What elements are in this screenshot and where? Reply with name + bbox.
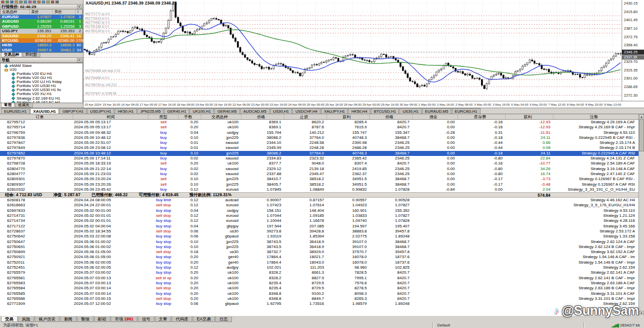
terminal-tab[interactable]: 邮箱 [94,316,111,322]
chart-tab[interactable]: AUDCAD,M5 [240,108,270,114]
market-watch-row[interactable]: BTCUSD62963.0062980.001700 [1,38,83,43]
scroll-down-icon[interactable]: ▼ [639,311,644,315]
terminal-scrollbar[interactable]: ▲ ▼ [638,114,644,315]
column-header[interactable]: 佣金 [413,114,458,119]
pending-order-row[interactable]: 627655792024.05.07 03:00:02buy stop0.20u… [0,270,644,275]
position-row[interactable]: 627978472024.05.09 22:51:07buy0.01xauusd… [0,140,644,145]
pending-order-row[interactable]: 627655832024.05.07 03:00:13buy stop0.20u… [0,281,644,286]
position-row[interactable]: 627978702024.05.09 17:14:11buy0.02xauusd… [0,156,644,161]
chart-tab[interactable]: XAUJPY,H1 [321,108,348,114]
pending-order-row[interactable]: 627171222024.05.02 04:00:04buy stop0.04g… [0,224,644,229]
pending-order-row[interactable]: 626978332024.05.02 00:01:00buy stop0.04u… [0,208,644,213]
autotrading-icon[interactable] [28,1,32,4]
market-watch-icon[interactable] [6,1,9,4]
period-h1-icon[interactable] [51,1,54,4]
period-h4-icon[interactable] [55,1,59,4]
column-header[interactable]: 订单 [0,114,73,119]
terminal-tab[interactable]: 日志 [215,316,232,322]
position-row[interactable]: 627978362024.05.09 10:48:12buy0.10jpn225… [0,135,644,140]
terminal-tab[interactable]: 代码库 [172,316,192,322]
chart-tab[interactable]: XAUUSD,H1 [30,108,59,114]
pending-order-row[interactable]: 627509212024.05.06 01:05:00buy stop0.20g… [0,255,644,260]
position-row[interactable]: 627978522024.05.09 10:48:12buy0.10jpn225… [0,151,644,156]
position-row[interactable]: 627957122024.05.09 05:13:17sell0.20uk100… [0,120,644,125]
strategy-tester-icon[interactable] [24,1,27,4]
pending-order-row[interactable]: 627506422024.05.03 22:00:08buy stop0.06g… [0,234,644,239]
terminal-tab[interactable]: 账户历史 [35,316,59,322]
chart-tab[interactable]: EURAUD,M5 [422,108,451,114]
scrollbar-thumb[interactable] [639,119,644,151]
chart-tab[interactable]: UK100,H1 [190,108,214,114]
market-watch-row[interactable]: GBPUSD1.252551.252583 [1,24,83,29]
market-watch-tab[interactable]: 交易品种 [1,53,22,57]
column-header[interactable]: 价格 [242,114,284,119]
status-profile[interactable]: Default [433,322,584,328]
column-header[interactable]: 时间 [73,114,148,119]
chart-tab[interactable]: HK50,H1 [115,108,137,114]
chart-tab[interactable]: GBPJPY,H1 [59,108,87,114]
pending-order-row[interactable]: 626081782024.04.24 08:00:05buy limit0.12… [0,198,644,203]
market-watch-row[interactable]: AUDUSD0.661900.661911 [1,19,83,24]
pending-order-row[interactable]: 627715092024.05.07 12:00:02buy stop0.06g… [0,301,644,306]
column-header[interactable]: 买价 [53,10,76,15]
pending-order-row[interactable]: 627147312024.05.02 00:01:01sell stop0.12… [0,213,644,218]
chart-tab[interactable]: US30,H1 [399,108,422,114]
terminal-tab[interactable]: 交易 [1,316,18,322]
scroll-up-icon[interactable]: ▲ [639,114,644,119]
pending-order-row[interactable]: 627655812024.05.07 03:00:13sell st op0.2… [0,276,644,281]
position-row[interactable]: 627978492024.05.09 23:08:12buy0.01xauusd… [0,145,644,150]
position-row[interactable]: 628047772024.05.09 21:23:03buy0.02xauusd… [0,172,644,177]
pending-order-row[interactable]: 627655862024.05.07 03:00:15sell stop0.20… [0,296,644,301]
close-icon[interactable]: × [77,5,82,9]
terminal-icon[interactable] [19,1,23,4]
position-row[interactable]: 628093012024.05.09 23:20:24sell0.10jpn22… [0,177,644,182]
terminal-tab[interactable]: 市场1991 [111,316,137,322]
column-header[interactable]: 手数 [179,114,201,119]
pending-order-row[interactable]: 627286372024.05.02 18:34:55sell stop0.06… [0,229,644,234]
column-header[interactable]: 止损 [284,114,327,119]
market-watch-row[interactable]: US3039457.839461.234 [1,48,83,52]
navigator-tab[interactable]: 收藏夹 [15,103,33,108]
market-watch-row[interactable]: HK5018650.318656.360 [1,43,83,47]
indicators-icon[interactable] [33,1,36,4]
position-row[interactable]: 627987282024.05.09 18:33:19sell0.20uk100… [0,161,644,166]
position-row[interactable]: 628103322024.05.09 23:45:42buy0.12eurusd… [0,187,644,192]
market-watch-row[interactable]: EURUSD1.078271.078281 [1,15,83,19]
templates-icon[interactable] [37,1,41,4]
terminal-tab[interactable]: 信号 [138,316,154,322]
chart-tab[interactable]: GER40,M5 [214,108,240,114]
column-header[interactable]: 交易品种 [1,10,30,15]
pending-order-row[interactable]: 627655842024.05.07 03:00:14sell stop0.20… [0,286,644,291]
position-row[interactable]: 627967592024.05.09 09:48:32buy0.04usdjpy… [0,130,644,135]
zoom-in-icon[interactable] [42,1,45,4]
navigator-tab[interactable]: 常用 [1,103,15,108]
data-window-icon[interactable] [10,1,14,4]
column-header[interactable]: 库存费 [458,114,506,119]
column-header[interactable]: 获利 [506,114,553,119]
terminal-tab[interactable]: 新闻 [60,316,76,322]
chart-tab[interactable]: US30,H1 [270,108,292,114]
column-header[interactable]: 类型 [148,114,179,119]
column-header[interactable]: 卖价 [30,10,53,15]
column-header[interactable]: 获利 [327,114,370,119]
chart-tab[interactable]: JPN225,M5 [137,108,164,114]
position-row[interactable]: 628047702024.05.09 21:22:14buy0.02xauusd… [0,167,644,172]
pending-order-row[interactable]: 627508992024.05.06 01:05:00sell stop0.18… [0,250,644,255]
market-watch-row[interactable]: XAUUSD2346.252346.4116 [1,34,83,38]
terminal-tab[interactable]: 警报 [77,316,94,322]
market-watch-tab[interactable]: 即时图 [23,53,40,57]
position-row[interactable]: 628093072024.05.09 23:20:26sell0.10jpn22… [0,182,644,187]
pending-order-row[interactable]: 627520112024.05.06 02:00:05buy stop0.20g… [0,260,644,265]
chart-tab[interactable]: GER40,H1 [164,108,189,114]
chart-area[interactable]: 15 Apr 202415 Apr 16:0016 Apr 08:0017 Ap… [84,0,644,108]
price-chart[interactable]: 15 Apr 202415 Apr 16:0016 Apr 08:0017 Ap… [84,0,644,108]
column-header[interactable]: ! [76,10,83,15]
chart-tab[interactable]: BTCUSD,H1 [371,108,399,114]
pending-order-row[interactable]: 627147342024.05.02 00:01:01buy stop0.12e… [0,218,644,223]
market-watch-row[interactable]: USDJPY155.351155.3532 [1,29,83,33]
chart-tab[interactable]: USDJPY,H1 [87,108,114,114]
chart-tab[interactable]: HK50,H4 [348,108,370,114]
column-header[interactable]: 注释 [553,114,644,119]
terminal-tab[interactable]: 风险 [18,316,35,322]
column-header[interactable]: 价格 [370,114,413,119]
